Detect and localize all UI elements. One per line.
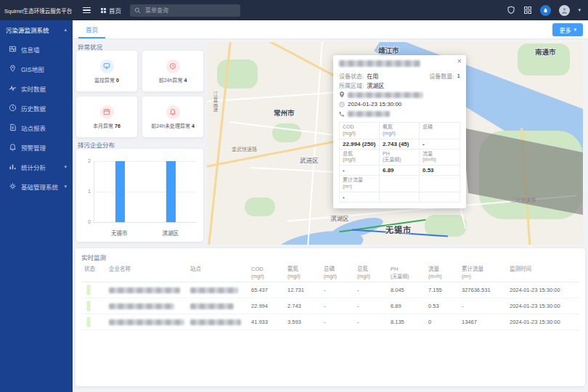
map-label-南通市: 南通市 xyxy=(535,46,556,57)
map[interactable]: 靖江市南通市常州市武进区滨湖区无锡市金武快速路江宜高速三环快速路 × 设备状态:… xyxy=(207,42,583,245)
stat-card-24h-abnormal[interactable]: 前24h异常4 xyxy=(142,51,203,91)
info-wall-icon xyxy=(9,45,17,53)
stat-card-24h-unhandled[interactable]: 前24h未处理异常4 xyxy=(142,97,203,137)
tab-home[interactable]: 首页 xyxy=(78,20,105,38)
apps-grid-icon[interactable] xyxy=(523,6,532,15)
sidebar-item-info-wall[interactable]: 信息墙 xyxy=(0,39,73,59)
cell-tp: - xyxy=(321,298,354,314)
sidebar-nav: 信息墙 GIS地图 实时数据 历史数据 站点报表 预警管理 xyxy=(0,39,73,196)
redacted-site-name xyxy=(190,287,238,293)
stat-label: 本月异常 xyxy=(93,123,113,128)
metric-header: 氨氮(mg/l) xyxy=(380,123,420,139)
sidebar-item-label: 预警管理 xyxy=(21,143,46,152)
stat-value: 4 xyxy=(192,123,195,128)
metric-value: 6.89 xyxy=(380,166,420,176)
search-input[interactable] xyxy=(144,7,236,15)
metric-value-empty xyxy=(420,192,460,202)
map-label-滨湖区: 滨湖区 xyxy=(330,213,349,222)
location-pin-icon xyxy=(339,91,345,98)
sidebar-item-warning-mgmt[interactable]: 预警管理 xyxy=(0,137,73,157)
redacted-company-name xyxy=(109,303,174,309)
map-park xyxy=(217,60,258,89)
more-button[interactable]: 更多 ▾ xyxy=(552,23,583,36)
search-icon xyxy=(134,7,141,14)
user-menu-caret-icon[interactable]: ▾ xyxy=(578,7,581,13)
cell-tn: - xyxy=(354,298,388,314)
col-site: 站点 xyxy=(187,264,248,282)
water-drop-badge[interactable] xyxy=(540,5,551,16)
bar-chart-bars xyxy=(94,161,196,222)
menu-search[interactable] xyxy=(130,4,240,17)
stat-card-month-abnormal[interactable]: 本月异常76 xyxy=(76,97,137,137)
map-popup: × 设备状态: 在用 设备数量: 1 所属区域: 滨湖区 2024-01-23 … xyxy=(333,55,466,208)
sidebar: 污染源监测系统 ▴ 信息墙 GIS地图 实时数据 历史数据 站点报表 xyxy=(0,20,73,392)
chart-x-labels: 无锡市滨湖区 xyxy=(94,229,196,237)
cell-time: 2024-01-23 15:30:00 xyxy=(507,282,579,298)
breadcrumb[interactable]: 首页 xyxy=(101,6,121,15)
chart-x-label: 无锡市 xyxy=(111,229,128,237)
sidebar-item-gis-map[interactable]: GIS地图 xyxy=(0,59,73,78)
sidebar-item-realtime-data[interactable]: 实时数据 xyxy=(0,78,73,98)
redacted-site-name xyxy=(190,303,234,309)
table-row[interactable]: 65.437 12.731 - - 8.045 7.155 327636.531… xyxy=(81,282,579,298)
table-row[interactable]: 22.994 2.743 - - 6.89 0.53 - 2024-01-23 … xyxy=(81,298,579,314)
stat-card-monitor-abnormal[interactable]: 监控异常0 xyxy=(76,51,137,91)
popup-metrics-table: COD(mg/l) 氨氮(mg/l) 总磷 22.994 (250) 2.743… xyxy=(339,122,460,203)
metric-header-empty xyxy=(420,176,460,192)
metric-header: PH(无量纲) xyxy=(380,150,420,166)
redacted-company-name xyxy=(109,287,180,293)
region-value: 滨湖区 xyxy=(367,81,384,89)
cell-total-flow: - xyxy=(459,298,507,314)
sidebar-item-label: 统计分析 xyxy=(21,163,46,171)
sidebar-item-base-system[interactable]: 基础管理系统 ▾ xyxy=(0,176,73,196)
sidebar-item-history-data[interactable]: 历史数据 xyxy=(0,98,73,118)
stat-label: 前24h未处理异常 xyxy=(151,123,190,128)
cell-cod: 22.994 xyxy=(248,298,285,314)
bar-chart-icon xyxy=(9,163,17,171)
y-tick: 1 xyxy=(78,189,91,194)
chart-section-title: 排污企业分布 xyxy=(78,140,115,149)
redacted-company-name xyxy=(109,319,184,325)
cell-ph: 8.045 xyxy=(388,282,425,298)
cell-cod: 41.933 xyxy=(248,314,285,330)
cell-time: 2024-01-23 15:30:00 xyxy=(507,314,579,330)
shield-icon[interactable] xyxy=(507,6,515,15)
redacted-company-name xyxy=(339,60,420,67)
map-park xyxy=(425,215,467,237)
sidebar-system-title[interactable]: 污染源监测系统 ▴ xyxy=(0,20,73,39)
cell-total-flow: 13467 xyxy=(459,314,507,330)
breadcrumb-home-label: 首页 xyxy=(109,6,121,15)
table-header-row: 状态 企业名称 站点 COD(mg/l) 氨氮(mg/l) 总磷(mg/l) 总… xyxy=(81,264,579,282)
metric-value: - xyxy=(340,192,380,202)
device-status-value: 在用 xyxy=(367,72,378,80)
sidebar-item-statistics[interactable]: 统计分析 ▾ xyxy=(0,157,73,176)
realtime-monitor-card: 实时监测 状态 企业名称 站点 COD(mg/l) 氨氮(mg/l) 总磷(mg… xyxy=(75,248,585,386)
col-time: 监测时间 xyxy=(507,264,579,282)
sidebar-item-label: 历史数据 xyxy=(21,104,46,113)
stat-label: 前24h异常 xyxy=(159,78,183,83)
hamburger-menu-icon[interactable] xyxy=(83,7,91,14)
pulse-icon xyxy=(9,84,17,92)
metric-header: 总磷 xyxy=(420,123,460,139)
device-count-value: 1 xyxy=(457,73,460,79)
cell-nh3n: 2.743 xyxy=(285,298,321,314)
col-total-flow: 累计流量(m³) xyxy=(459,264,507,282)
close-icon[interactable]: × xyxy=(457,57,462,65)
metric-value-empty xyxy=(380,192,420,202)
metric-value: 0.53 xyxy=(420,166,460,176)
chevron-down-icon: ▾ xyxy=(64,184,67,189)
bar-无锡市 xyxy=(115,161,125,222)
topbar-actions: ▾ xyxy=(507,5,588,16)
app-logo: Squirrel生态环境云服务平台 xyxy=(0,7,75,15)
sidebar-item-label: 基础管理系统 xyxy=(21,182,58,191)
sidebar-item-site-report[interactable]: 站点报表 xyxy=(0,118,73,137)
sidebar-item-label: GIS地图 xyxy=(21,65,44,73)
device-status-label: 设备状态: xyxy=(339,72,364,80)
col-status: 状态 xyxy=(81,264,106,282)
table-row[interactable]: 41.933 3.593 - - 8.135 0 13467 2024-01-2… xyxy=(81,314,579,330)
user-avatar[interactable] xyxy=(559,5,570,16)
cell-nh3n: 3.593 xyxy=(285,314,321,330)
stat-value: 76 xyxy=(115,123,121,128)
device-count-label: 设备数量: xyxy=(429,72,454,80)
popup-datetime: 2024-01-23 15:30:00 xyxy=(348,101,401,107)
